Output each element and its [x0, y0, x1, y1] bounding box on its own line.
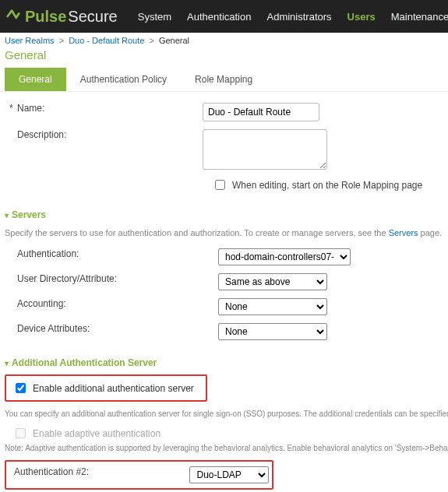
nav-users[interactable]: Users	[340, 11, 383, 23]
highlight-enable-additional: Enable additional authentication server	[5, 374, 207, 402]
user-directory-select[interactable]: Same as above	[218, 273, 327, 290]
servers-help: Specify the servers to use for authentic…	[0, 223, 448, 248]
label-accounting: Accounting:	[8, 298, 218, 309]
label-enable-adaptive: Enable adaptive authentication	[33, 428, 161, 439]
label-description: Description:	[8, 129, 203, 140]
brand-text: PulseSecure	[25, 8, 118, 26]
label-user-directory: User Directory/Attribute:	[8, 273, 218, 284]
label-device-attributes: Device Attributes:	[8, 323, 218, 334]
crumb-user-realms[interactable]: User Realms	[5, 36, 55, 45]
nav-authentication[interactable]: Authentication	[179, 11, 259, 23]
role-mapping-start-checkbox[interactable]	[215, 180, 225, 190]
label-role-mapping-start: When editing, start on the Role Mapping …	[232, 180, 422, 191]
nav-system[interactable]: System	[130, 11, 179, 23]
label-enable-additional-auth: Enable additional authentication server	[33, 383, 194, 394]
crumb-sep: >	[149, 36, 153, 45]
crumb-realm[interactable]: Duo - Default Route	[69, 36, 144, 45]
enable-additional-auth-checkbox[interactable]	[16, 383, 26, 393]
brand-logo: PulseSecure	[5, 8, 118, 26]
servers-link[interactable]: Servers	[389, 228, 418, 237]
pulse-icon	[5, 8, 22, 25]
authentication-select[interactable]: hod-domain-controllers07-08	[218, 248, 351, 265]
additional-auth-help: You can specify an additional authentica…	[0, 408, 448, 426]
tab-auth-policy[interactable]: Authentication Policy	[66, 68, 181, 91]
description-textarea[interactable]	[203, 129, 327, 170]
nav-administrators[interactable]: Administrators	[259, 11, 339, 23]
section-additional-auth[interactable]: Additional Authentication Server	[0, 354, 448, 371]
crumb-current: General	[159, 36, 189, 45]
label-name: Name:	[8, 103, 203, 114]
page-title: General	[0, 47, 448, 68]
crumb-sep: >	[59, 36, 64, 45]
enable-adaptive-auth-checkbox	[16, 428, 26, 438]
accounting-select[interactable]: None	[218, 298, 327, 315]
section-servers[interactable]: Servers	[0, 206, 448, 223]
device-attributes-select[interactable]: None	[218, 323, 327, 340]
tab-role-mapping[interactable]: Role Mapping	[181, 68, 266, 91]
auth2-select[interactable]: Duo-LDAP	[189, 466, 269, 483]
tab-general[interactable]: General	[5, 68, 66, 91]
name-input[interactable]	[203, 103, 319, 121]
label-auth2: Authentication #2:	[9, 466, 189, 477]
highlight-auth2: Authentication #2: Duo-LDAP	[5, 460, 273, 490]
breadcrumb: User Realms > Duo - Default Route > Gene…	[0, 33, 448, 47]
nav-maintenance[interactable]: Maintenance	[383, 11, 448, 23]
tab-bar: General Authentication Policy Role Mappi…	[0, 68, 448, 92]
adaptive-note: Note: Adaptive authentication is support…	[0, 442, 448, 460]
top-nav: PulseSecure System Authentication Admini…	[0, 0, 448, 33]
label-authentication: Authentication:	[8, 248, 218, 259]
